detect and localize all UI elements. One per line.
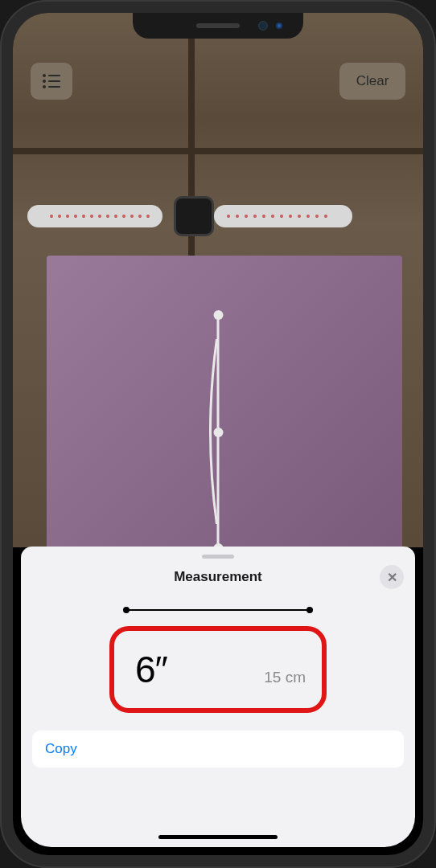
sensor-dot	[276, 23, 282, 29]
svg-point-2	[43, 80, 46, 83]
close-button[interactable]: ✕	[380, 565, 404, 589]
svg-point-0	[43, 74, 46, 77]
ar-camera-view[interactable]: Clear	[13, 13, 423, 547]
list-icon	[43, 74, 60, 88]
home-indicator[interactable]	[158, 835, 278, 839]
measure-midpoint[interactable]	[213, 428, 223, 437]
diagram-endpoint-right	[306, 607, 313, 613]
sheet-grabber[interactable]	[202, 555, 234, 559]
svg-rect-5	[48, 86, 60, 88]
sheet-header: Measurement ✕	[32, 565, 404, 589]
toolbar: Clear	[31, 63, 405, 100]
notch	[133, 13, 303, 39]
svg-point-4	[43, 85, 46, 88]
speaker-grille	[196, 23, 240, 28]
measurement-diagram	[32, 605, 404, 615]
close-icon: ✕	[387, 570, 397, 585]
copy-button[interactable]: Copy	[32, 731, 404, 768]
measurement-secondary-value: 15 cm	[264, 669, 306, 686]
measurement-primary-value: 6″	[135, 648, 167, 691]
tile-grout-horizontal	[13, 148, 423, 154]
phone-frame: Clear Measurement ✕ 6″ 15 cm	[0, 0, 436, 868]
copy-label: Copy	[45, 741, 77, 756]
measurements-list-button[interactable]	[31, 63, 72, 100]
measurement-sheet: Measurement ✕ 6″ 15 cm Copy	[21, 547, 415, 847]
diagram-line	[126, 609, 310, 611]
clear-button[interactable]: Clear	[339, 63, 405, 100]
watch-face	[174, 196, 214, 236]
measurement-value-highlight[interactable]: 6″ 15 cm	[109, 626, 327, 713]
svg-rect-3	[48, 80, 60, 82]
band-holes-right	[227, 211, 339, 221]
band-holes-left	[50, 211, 158, 221]
sheet-title: Measurement	[174, 569, 262, 585]
front-camera	[258, 21, 268, 31]
ar-measurement-line[interactable]	[217, 315, 220, 547]
svg-rect-1	[48, 75, 60, 76]
measure-endpoint-top[interactable]	[213, 310, 223, 320]
screen: Clear Measurement ✕ 6″ 15 cm	[13, 13, 423, 855]
watch-object	[27, 196, 393, 236]
